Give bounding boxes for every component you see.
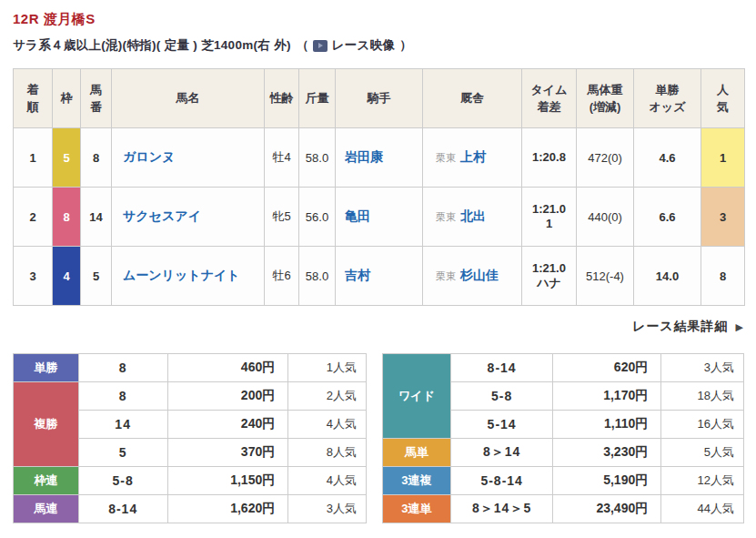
- time-margin-cell: 1:21.0ハナ: [522, 247, 577, 306]
- horse-name-cell: ムーンリットナイト: [112, 247, 265, 306]
- horse-weight-cell: 512(-4): [577, 247, 634, 306]
- finish-position-cell: 2: [14, 188, 53, 247]
- combo-cell: 8: [78, 382, 167, 411]
- margin-text: ハナ: [522, 276, 576, 290]
- payout-row: 3連単 8＞14＞5 23,490円 44人気: [383, 495, 744, 523]
- trainer-link[interactable]: 北出: [460, 208, 486, 223]
- frame-number-cell: 8: [53, 188, 81, 247]
- carried-weight-cell: 58.0: [299, 128, 336, 188]
- col-header-win-odds: 単勝 オッズ: [634, 69, 701, 128]
- finish-position-cell: 3: [14, 247, 53, 306]
- payout-row: 複勝 8 200円 2人気: [14, 382, 367, 411]
- popularity-rank-cell: 5人気: [661, 439, 744, 467]
- bet-type-trifecta: 3連単: [383, 495, 451, 523]
- detail-link-row: レース結果詳細▶: [13, 318, 744, 335]
- race-video-link[interactable]: レース映像: [309, 37, 396, 54]
- bet-type-bracket-quinella: 枠連: [14, 467, 79, 495]
- popularity-rank-cell: 3人気: [661, 354, 744, 382]
- col-header-stable: 厩舎: [423, 69, 522, 128]
- time-margin-cell: 1:20.8: [522, 128, 577, 188]
- result-row-1: 1 5 8 ガロンヌ 牡4 58.0 岩田康 栗東上村 1:20.8 472(0…: [14, 128, 745, 188]
- popularity-rank-cell: 44人気: [661, 495, 744, 523]
- combo-cell: 8-14: [78, 495, 167, 523]
- horse-name-link[interactable]: ガロンヌ: [123, 149, 175, 164]
- payout-table-left: 単勝 8 460円 1人気 複勝 8 200円 2人気 14 240円 4人気: [13, 353, 367, 523]
- popularity-cell: 1: [701, 128, 745, 188]
- bet-type-place: 複勝: [14, 382, 79, 467]
- training-center-label: 栗東: [436, 211, 456, 222]
- chevron-right-icon: ▶: [736, 321, 744, 332]
- race-video-label: レース映像: [332, 37, 396, 54]
- combo-cell: 5: [78, 439, 167, 467]
- trainer-link[interactable]: 上村: [460, 149, 486, 164]
- popularity-rank-cell: 16人気: [661, 411, 744, 439]
- payout-cell: 3,230円: [553, 439, 661, 467]
- horse-weight-cell: 472(0): [577, 128, 634, 188]
- payout-cell: 200円: [167, 382, 288, 411]
- combo-cell: 8＞14: [450, 439, 553, 467]
- horse-name-link[interactable]: ムーンリットナイト: [123, 268, 240, 282]
- bet-type-exacta: 馬単: [383, 439, 451, 467]
- result-row-2: 2 8 14 サクセスアイ 牝5 56.0 亀田 栗東北出 1:21.01 44…: [14, 188, 745, 247]
- popularity-rank-cell: 18人気: [661, 382, 744, 411]
- popularity-cell: 8: [701, 247, 745, 306]
- col-header-popularity: 人 気: [701, 69, 745, 128]
- finish-time: 1:20.8: [522, 150, 576, 165]
- payout-row: 馬単 8＞14 3,230円 5人気: [383, 439, 744, 467]
- popularity-rank-cell: 3人気: [288, 495, 367, 523]
- popularity-rank-cell: 1人気: [288, 354, 367, 382]
- payout-cell: 370円: [167, 439, 288, 467]
- training-center-label: 栗東: [436, 270, 456, 281]
- payout-cell: 620円: [553, 354, 661, 382]
- payout-cell: 240円: [167, 411, 288, 439]
- trainer-link[interactable]: 杉山佳: [460, 268, 499, 282]
- payout-row: 単勝 8 460円 1人気: [14, 354, 367, 382]
- horse-number-cell: 8: [81, 128, 112, 188]
- jockey-link[interactable]: 亀田: [345, 208, 370, 223]
- carried-weight-cell: 58.0: [299, 247, 336, 306]
- popularity-rank-cell: 12人気: [661, 467, 744, 495]
- col-header-horse-number: 馬 番: [81, 69, 112, 128]
- payout-table-right: ワイド 8-14 620円 3人気 5-8 1,170円 18人気 5-14 1…: [382, 353, 744, 523]
- horse-name-link[interactable]: サクセスアイ: [123, 208, 201, 223]
- combo-cell: 8: [78, 354, 167, 382]
- sex-age-cell: 牡6: [265, 247, 299, 306]
- time-margin-cell: 1:21.01: [522, 188, 577, 247]
- paren-open: （: [297, 37, 309, 54]
- race-title: 12R 渡月橋S: [13, 11, 744, 28]
- payout-cell: 23,490円: [553, 495, 661, 523]
- frame-number-cell: 5: [53, 128, 81, 188]
- payout-row: ワイド 8-14 620円 3人気: [383, 354, 744, 382]
- col-header-horse-name: 馬名: [112, 69, 265, 128]
- col-header-carried-weight: 斤量: [299, 69, 336, 128]
- finish-time: 1:21.0: [522, 202, 576, 217]
- race-results-table: 着 順 枠 馬 番 馬名 性齢 斤量 騎手 厩舎 タイム 着差 馬体重 (増減)…: [13, 68, 745, 306]
- stable-cell: 栗東杉山佳: [423, 247, 522, 306]
- combo-cell: 8-14: [450, 354, 553, 382]
- col-header-sex-age: 性齢: [265, 69, 299, 128]
- training-center-label: 栗東: [436, 152, 456, 163]
- col-header-time-margin: タイム 着差: [522, 69, 577, 128]
- col-header-frame: 枠: [53, 69, 81, 128]
- combo-cell: 14: [78, 411, 167, 439]
- jockey-cell: 亀田: [336, 188, 423, 247]
- popularity-rank-cell: 4人気: [288, 467, 367, 495]
- race-result-detail-link[interactable]: レース結果詳細▶: [632, 319, 744, 333]
- frame-number-cell: 4: [53, 247, 81, 306]
- col-header-jockey: 騎手: [336, 69, 423, 128]
- race-result-detail-label: レース結果詳細: [632, 319, 729, 333]
- jockey-link[interactable]: 岩田康: [345, 149, 383, 164]
- sex-age-cell: 牡4: [265, 128, 299, 188]
- payout-cell: 5,190円: [553, 467, 661, 495]
- win-odds-cell: 14.0: [634, 247, 701, 306]
- popularity-rank-cell: 2人気: [288, 382, 367, 411]
- col-header-finish-position: 着 順: [14, 69, 53, 128]
- payout-row: 馬連 8-14 1,620円 3人気: [14, 495, 367, 523]
- bet-type-trio: 3連複: [383, 467, 451, 495]
- popularity-rank-cell: 4人気: [288, 411, 367, 439]
- stable-cell: 栗東北出: [423, 188, 522, 247]
- results-header-row: 着 順 枠 馬 番 馬名 性齢 斤量 騎手 厩舎 タイム 着差 馬体重 (増減)…: [14, 69, 745, 128]
- race-conditions-row: サラ系４歳以上(混)(特指)( 定量 ) 芝1400m(右 外) （ レース映像…: [13, 37, 744, 54]
- jockey-link[interactable]: 吉村: [345, 268, 370, 282]
- combo-cell: 5-14: [450, 411, 553, 439]
